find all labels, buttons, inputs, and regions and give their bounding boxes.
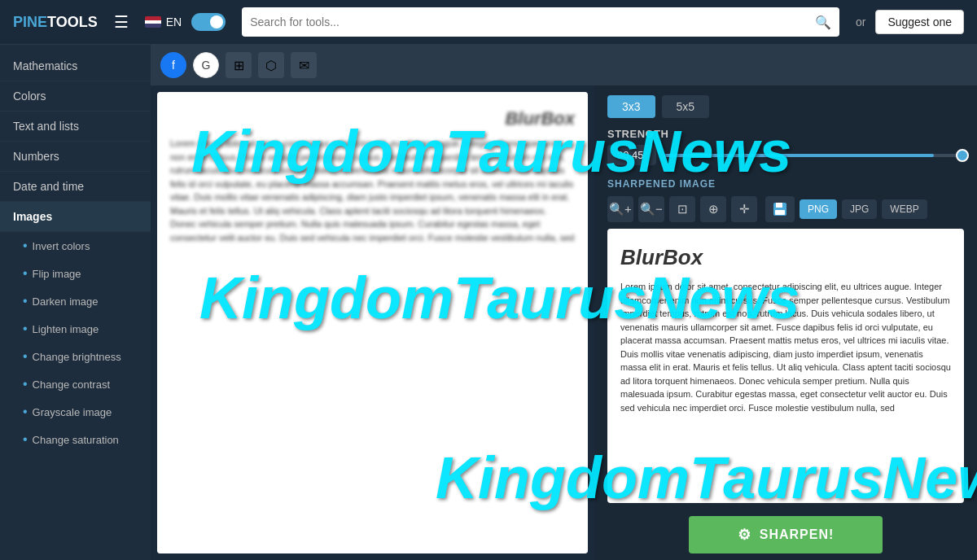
sidebar-subitem-grayscale-image[interactable]: Grayscale image [0, 398, 151, 426]
strength-slider[interactable] [664, 154, 964, 157]
matrix-5x5-button[interactable]: 5x5 [662, 95, 710, 118]
sidebar-subitem-change-brightness[interactable]: Change brightness [0, 343, 151, 370]
sidebar: Mathematics Colors Text and lists Number… [0, 45, 151, 560]
logo-tools: TOOLS [47, 14, 98, 31]
sidebar-subitem-change-saturation[interactable]: Change saturation [0, 426, 151, 453]
theme-toggle-button[interactable] [191, 13, 226, 31]
facebook-icon[interactable]: f [160, 52, 186, 78]
search-bar: 🔍 [242, 7, 839, 37]
sidebar-item-mathematics[interactable]: Mathematics [0, 51, 151, 81]
sharpen-button[interactable]: ⚙ SHARPEN! [689, 516, 883, 553]
sidebar-item-colors[interactable]: Colors [0, 81, 151, 112]
lang-label: EN [166, 15, 182, 28]
logo[interactable]: PINE TOOLS [13, 14, 98, 31]
google-icon[interactable]: G [193, 52, 219, 78]
pan-button[interactable]: ✛ [731, 196, 757, 222]
strength-slider-fill [664, 154, 934, 157]
sidebar-subitem-flip-image[interactable]: Flip image [0, 260, 151, 287]
sidebar-item-date-and-time[interactable]: Date and time [0, 172, 151, 202]
output-image: BlurBox Lorem ipsum dolor sit amet, cons… [607, 229, 964, 503]
sidebar-subitem-darken-image[interactable]: Darken image [0, 287, 151, 315]
format-webp-button[interactable]: WEBP [882, 199, 927, 219]
or-text: or [856, 15, 865, 28]
hamburger-menu-button[interactable]: ☰ [107, 9, 135, 35]
svg-rect-1 [776, 203, 782, 208]
logo-pine: PINE [13, 14, 47, 31]
sidebar-subitem-invert-colors[interactable]: Invert colors [0, 232, 151, 260]
flag-icon [145, 16, 161, 28]
sharpened-label: SHARPENED IMAGE [607, 178, 964, 190]
header: PINE TOOLS ☰ EN 🔍 or Suggest one [0, 0, 977, 45]
sidebar-subitem-lighten-image[interactable]: Lighten image [0, 315, 151, 343]
blurbox-label-input: BlurBox [170, 105, 575, 132]
matrix-3x3-button[interactable]: 3x3 [607, 95, 655, 118]
social-bar: f G ⊞ ⬡ ✉ [151, 45, 977, 85]
zoom-in-button[interactable]: 🔍+ [607, 196, 633, 222]
share-icon-1[interactable]: ⊞ [226, 52, 252, 78]
main-content: f G ⊞ ⬡ ✉ BlurBox Lorem ipsum dolor sit … [151, 45, 977, 560]
gear-icon: ⚙ [738, 526, 751, 544]
main-layout: Mathematics Colors Text and lists Number… [0, 45, 977, 560]
search-input[interactable] [250, 15, 815, 28]
sharpened-section: SHARPENED IMAGE 🔍+ 🔍− ⊡ ⊕ ✛ [594, 175, 977, 510]
zoom-fit-button[interactable]: ⊡ [669, 196, 695, 222]
format-png-button[interactable]: PNG [800, 199, 837, 219]
strength-control: 90.45 [607, 145, 964, 165]
strength-slider-thumb [956, 149, 969, 162]
save-icon [772, 201, 788, 217]
work-area: BlurBox Lorem ipsum dolor sit amet, cons… [151, 85, 977, 560]
share-icon-2[interactable]: ⬡ [258, 52, 284, 78]
sidebar-item-numbers[interactable]: Numbers [0, 142, 151, 172]
zoom-out-button[interactable]: 🔍− [638, 196, 664, 222]
input-image-panel: BlurBox Lorem ipsum dolor sit amet, cons… [157, 92, 588, 553]
language-selector[interactable]: EN [145, 15, 182, 28]
sidebar-subitem-change-contrast[interactable]: Change contrast [0, 370, 151, 398]
sharpen-button-row: ⚙ SHARPEN! [594, 510, 977, 560]
image-toolbar: 🔍+ 🔍− ⊡ ⊕ ✛ PNG JPG [607, 196, 964, 222]
save-button[interactable] [765, 196, 795, 222]
svg-rect-2 [775, 210, 785, 215]
blurbox-label-output: BlurBox [620, 242, 951, 273]
strength-section: Strength 90.45 [594, 125, 977, 175]
strength-label: Strength [607, 128, 964, 140]
suggest-button[interactable]: Suggest one [875, 10, 964, 34]
sidebar-item-images[interactable]: Images [0, 202, 151, 232]
share-icon-3[interactable]: ✉ [291, 52, 317, 78]
right-panel: 3x3 5x5 Strength 90.45 [594, 85, 977, 560]
strength-value[interactable]: 90.45 [607, 145, 656, 165]
sidebar-item-text-and-lists[interactable]: Text and lists [0, 112, 151, 142]
matrix-row: 3x3 5x5 [594, 85, 977, 125]
input-image-content: BlurBox Lorem ipsum dolor sit amet, cons… [157, 92, 588, 553]
zoom-reset-button[interactable]: ⊕ [700, 196, 726, 222]
format-jpg-button[interactable]: JPG [842, 199, 877, 219]
image-preview: BlurBox Lorem ipsum dolor sit amet, cons… [157, 92, 588, 553]
search-button[interactable]: 🔍 [815, 15, 831, 30]
output-image-content: BlurBox Lorem ipsum dolor sit amet, cons… [607, 229, 964, 503]
